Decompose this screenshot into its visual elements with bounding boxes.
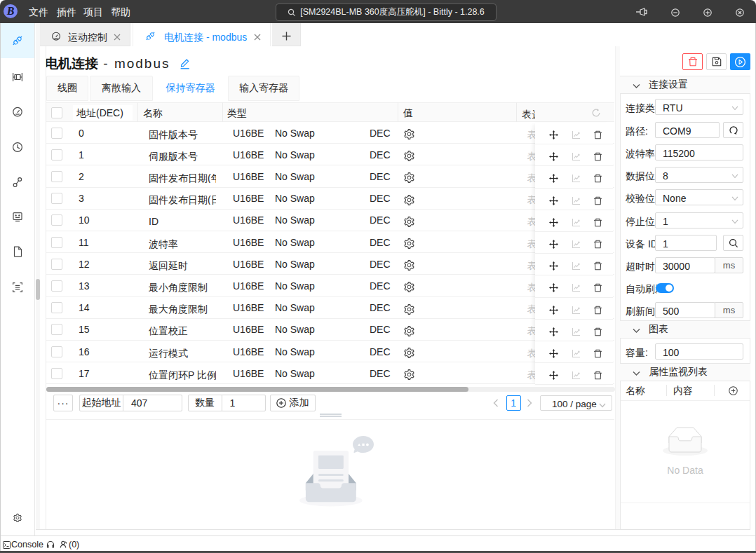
svg-text:B: B [6, 5, 15, 17]
